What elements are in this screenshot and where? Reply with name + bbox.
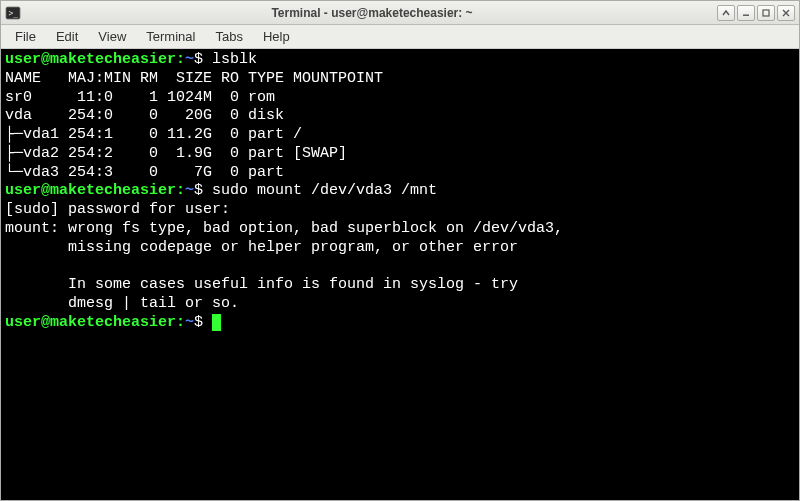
sudo-prompt: [sudo] password for user: bbox=[5, 201, 239, 218]
minimize-button[interactable] bbox=[737, 5, 755, 21]
lsblk-row-sr0: sr0 11:0 1 1024M 0 rom bbox=[5, 89, 293, 106]
close-button[interactable] bbox=[777, 5, 795, 21]
window-title: Terminal - user@maketecheasier: ~ bbox=[27, 6, 717, 20]
maximize-button[interactable] bbox=[757, 5, 775, 21]
prompt-path: ~ bbox=[185, 51, 194, 68]
menu-view[interactable]: View bbox=[88, 26, 136, 47]
mount-error-l2: missing codepage or helper program, or o… bbox=[5, 239, 518, 256]
menu-help[interactable]: Help bbox=[253, 26, 300, 47]
cursor bbox=[212, 314, 221, 331]
titlebar[interactable]: >_ Terminal - user@maketecheasier: ~ bbox=[1, 1, 799, 25]
prompt-user: user@maketecheasier bbox=[5, 314, 176, 331]
menu-edit[interactable]: Edit bbox=[46, 26, 88, 47]
prompt-user: user@maketecheasier bbox=[5, 182, 176, 199]
terminal-app-icon: >_ bbox=[5, 5, 21, 21]
rollup-button[interactable] bbox=[717, 5, 735, 21]
lsblk-header: NAME MAJ:MIN RM SIZE RO TYPE MOUNTPOINT bbox=[5, 70, 383, 87]
terminal-window: >_ Terminal - user@maketecheasier: ~ Fil… bbox=[0, 0, 800, 501]
command-2: sudo mount /dev/vda3 /mnt bbox=[212, 182, 437, 199]
prompt-sep: : bbox=[176, 314, 185, 331]
prompt-sep: : bbox=[176, 182, 185, 199]
terminal-output[interactable]: user@maketecheasier:~$ lsblk NAME MAJ:MI… bbox=[1, 49, 799, 500]
svg-rect-3 bbox=[763, 10, 769, 16]
lsblk-row-vda1: ├─vda1 254:1 0 11.2G 0 part / bbox=[5, 126, 302, 143]
svg-text:>_: >_ bbox=[9, 8, 19, 17]
menu-tabs[interactable]: Tabs bbox=[205, 26, 252, 47]
window-controls bbox=[717, 5, 795, 21]
prompt-sep: : bbox=[176, 51, 185, 68]
prompt-path: ~ bbox=[185, 314, 194, 331]
prompt-user: user@maketecheasier bbox=[5, 51, 176, 68]
svg-rect-2 bbox=[743, 14, 749, 15]
command-1: lsblk bbox=[212, 51, 257, 68]
menu-terminal[interactable]: Terminal bbox=[136, 26, 205, 47]
prompt-end: $ bbox=[194, 182, 212, 199]
mount-error-l3: In some cases useful info is found in sy… bbox=[5, 276, 518, 293]
menubar: File Edit View Terminal Tabs Help bbox=[1, 25, 799, 49]
lsblk-row-vda2: ├─vda2 254:2 0 1.9G 0 part [SWAP] bbox=[5, 145, 347, 162]
mount-error-l4: dmesg | tail or so. bbox=[5, 295, 239, 312]
prompt-end: $ bbox=[194, 51, 212, 68]
lsblk-row-vda3: └─vda3 254:3 0 7G 0 part bbox=[5, 164, 293, 181]
lsblk-row-vda: vda 254:0 0 20G 0 disk bbox=[5, 107, 293, 124]
prompt-end: $ bbox=[194, 314, 212, 331]
menu-file[interactable]: File bbox=[5, 26, 46, 47]
prompt-path: ~ bbox=[185, 182, 194, 199]
mount-error-l1: mount: wrong fs type, bad option, bad su… bbox=[5, 220, 563, 237]
